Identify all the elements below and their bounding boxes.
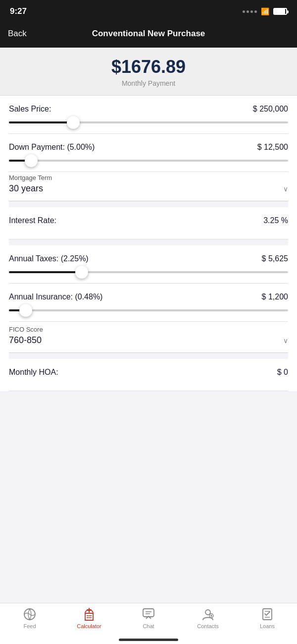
monthly-payment-label: Monthly Payment [0,79,297,87]
tab-calculator[interactable]: Calculator [59,607,119,629]
tab-contacts-label: Contacts [197,623,218,629]
annual-taxes-label: Annual Taxes: (2.25%) [9,254,89,263]
status-time: 9:27 [10,6,27,16]
down-payment-row: Down Payment: (5.00%) $ 12,500 [9,134,288,172]
chat-icon [142,607,155,621]
fico-score-chevron-icon: ∨ [283,337,288,345]
sales-price-slider-track[interactable] [9,121,288,123]
tab-feed-label: Feed [23,623,36,629]
monthly-hoa-header: Monthly HOA: $ 0 [9,368,288,377]
battery-icon [273,8,287,15]
tab-chat-label: Chat [143,623,154,629]
annual-taxes-slider-container[interactable] [9,268,288,277]
tab-bar: Feed Calculator [0,603,297,644]
down-payment-slider-thumb[interactable] [25,154,38,167]
annual-insurance-label: Annual Insurance: (0.48%) [9,293,102,301]
sales-price-slider-fill [9,121,73,123]
sales-price-label: Sales Price: [9,105,51,114]
interest-rate-label: Interest Rate: [9,216,56,225]
page-title: Conventional New Purchase [92,29,205,39]
back-button[interactable]: Back [8,29,27,39]
tab-calculator-label: Calculator [77,623,101,629]
main-content: Sales Price: $ 250,000 Down Payment: (5.… [0,96,297,391]
annual-taxes-header: Annual Taxes: (2.25%) $ 5,625 [9,254,288,263]
mortgage-term-value: 30 years [9,183,43,194]
nav-bar: Back Conventional New Purchase [0,22,297,48]
home-indicator [119,639,178,641]
calculator-icon [82,607,96,621]
svg-rect-4 [87,617,88,618]
contacts-icon [201,607,215,621]
sales-price-header: Sales Price: $ 250,000 [9,105,288,114]
down-payment-slider-container[interactable] [9,157,288,166]
monthly-hoa-row: Monthly HOA: $ 0 [9,359,288,391]
loans-icon [260,607,274,621]
feed-icon [23,607,37,621]
mortgage-term-row: Mortgage Term 30 years ∨ [9,172,288,201]
spacer-1 [9,201,288,207]
annual-taxes-row: Annual Taxes: (2.25%) $ 5,625 [9,245,288,284]
fico-score-dropdown[interactable]: 760-850 ∨ [9,335,288,348]
svg-rect-5 [89,617,90,618]
wifi-icon: 📶 [261,7,269,15]
interest-rate-row: Interest Rate: 3.25 % [9,207,288,239]
payment-header: $1676.89 Monthly Payment [0,48,297,96]
annual-taxes-slider-fill [9,271,82,273]
signal-icon [243,10,257,13]
annual-insurance-header: Annual Insurance: (0.48%) $ 1,200 [9,293,288,301]
interest-rate-value: 3.25 % [263,216,288,225]
fico-score-small-label: FICO Score [9,326,288,333]
status-bar: 9:27 📶 [0,0,297,22]
svg-rect-2 [89,615,90,616]
tab-loans-label: Loans [260,623,275,629]
monthly-hoa-label: Monthly HOA: [9,368,58,377]
svg-point-10 [205,610,210,615]
annual-insurance-value: $ 1,200 [262,293,288,301]
tab-chat[interactable]: Chat [119,607,178,629]
sales-price-row: Sales Price: $ 250,000 [9,96,288,134]
down-payment-value: $ 12,500 [257,143,288,152]
down-payment-slider-track[interactable] [9,160,288,162]
mortgage-term-small-label: Mortgage Term [9,174,288,181]
annual-insurance-row: Annual Insurance: (0.48%) $ 1,200 [9,284,288,322]
sales-price-slider-container[interactable] [9,118,288,127]
sales-price-value: $ 250,000 [253,105,288,114]
annual-taxes-slider-thumb[interactable] [75,266,88,279]
svg-rect-1 [87,615,88,616]
tab-contacts[interactable]: Contacts [178,607,238,629]
tab-loans[interactable]: Loans [238,607,297,629]
tab-feed[interactable]: Feed [0,607,59,629]
monthly-payment-amount: $1676.89 [0,57,297,77]
fico-score-value: 760-850 [9,335,42,346]
status-icons: 📶 [243,7,287,15]
svg-rect-6 [90,617,92,618]
sales-price-slider-thumb[interactable] [67,116,80,129]
spacer-3 [9,353,288,359]
monthly-hoa-value: $ 0 [277,368,288,377]
mortgage-term-chevron-icon: ∨ [283,185,288,193]
annual-insurance-slider-container[interactable] [9,306,288,315]
svg-rect-3 [90,615,92,616]
annual-insurance-slider-thumb[interactable] [19,304,32,317]
svg-rect-7 [143,609,154,617]
mortgage-term-dropdown[interactable]: 30 years ∨ [9,183,288,196]
fico-score-row: FICO Score 760-850 ∨ [9,324,288,353]
down-payment-label: Down Payment: (5.00%) [9,143,95,152]
spacer-2 [9,239,288,245]
annual-taxes-slider-track[interactable] [9,271,288,273]
annual-insurance-slider-track[interactable] [9,309,288,311]
interest-rate-header: Interest Rate: 3.25 % [9,216,288,225]
annual-taxes-value: $ 5,625 [262,254,288,263]
down-payment-header: Down Payment: (5.00%) $ 12,500 [9,143,288,152]
